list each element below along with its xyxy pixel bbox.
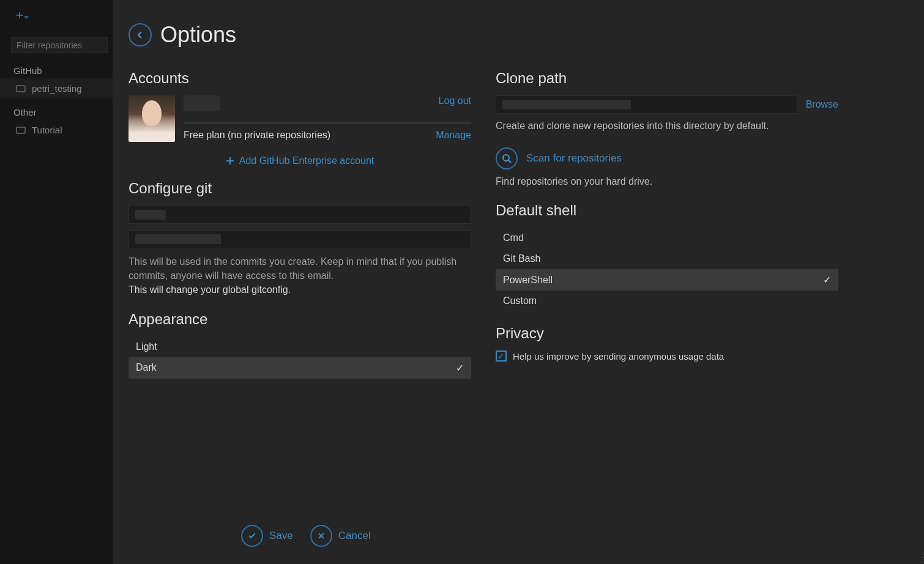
search-icon	[502, 154, 512, 163]
scan-button[interactable]	[496, 147, 518, 169]
default-shell-heading: Default shell	[496, 202, 838, 219]
add-enterprise-label: Add GitHub Enterprise account	[239, 155, 374, 166]
account-plan: Free plan (no private repositories)	[184, 130, 330, 141]
git-name-input[interactable]	[129, 206, 471, 224]
privacy-checkbox[interactable]: ✓	[496, 351, 507, 362]
logout-link[interactable]: Log out	[439, 95, 471, 106]
avatar	[129, 95, 175, 142]
shell-option-powershell[interactable]: PowerShell ✓	[496, 269, 838, 291]
shell-option-custom[interactable]: Custom	[496, 291, 838, 311]
shell-option-gitbash[interactable]: Git Bash	[496, 248, 838, 269]
git-help-text: This will be used in the commits you cre…	[129, 254, 471, 297]
chevron-left-icon	[136, 31, 144, 39]
appearance-heading: Appearance	[129, 311, 471, 328]
filter-repos-input[interactable]	[11, 37, 108, 53]
option-label: Custom	[503, 295, 537, 306]
page-title: Options	[160, 22, 236, 48]
option-label: PowerShell	[503, 275, 553, 286]
left-column: Accounts Log out Free plan (no private r…	[129, 56, 471, 379]
cancel-label: Cancel	[338, 530, 371, 542]
account-username	[184, 95, 220, 111]
sidebar-item-tutorial[interactable]: Tutorial	[0, 120, 113, 140]
scan-caption: Find repositories on your hard drive.	[496, 174, 838, 188]
configure-git-heading: Configure git	[129, 180, 471, 197]
sidebar-group-github: GitHub	[0, 57, 113, 78]
add-enterprise-button[interactable]: Add GitHub Enterprise account	[129, 155, 471, 166]
manage-link[interactable]: Manage	[436, 130, 471, 141]
shell-list: Cmd Git Bash PowerShell ✓ Custom	[496, 228, 838, 311]
shell-option-cmd[interactable]: Cmd	[496, 228, 838, 248]
clone-path-input[interactable]	[496, 95, 797, 114]
sidebar-item-label: Tutorial	[32, 125, 62, 135]
save-button[interactable]: Save	[241, 525, 293, 547]
browse-link[interactable]: Browse	[806, 99, 838, 110]
sidebar: GitHub petri_testing Other Tutorial	[0, 0, 113, 564]
check-icon: ✓	[456, 362, 464, 374]
option-label: Dark	[136, 362, 157, 373]
page-header: Options	[113, 0, 924, 56]
git-email-input[interactable]	[129, 230, 471, 248]
sidebar-item-label: petri_testing	[32, 83, 82, 94]
check-icon	[247, 531, 257, 541]
right-column: Clone path Browse Create and clone new r…	[496, 56, 838, 379]
clone-caption: Create and clone new repositories into t…	[496, 119, 838, 133]
appearance-list: Light Dark ✓	[129, 336, 471, 379]
plus-icon	[226, 157, 234, 165]
option-label: Git Bash	[503, 253, 540, 264]
add-repo-button[interactable]	[0, 0, 113, 26]
option-label: Cmd	[503, 232, 524, 243]
repo-icon	[16, 84, 26, 93]
repo-icon	[16, 126, 26, 135]
footer: Save Cancel	[241, 525, 371, 547]
sidebar-item-petri-testing[interactable]: petri_testing	[0, 78, 113, 98]
scan-link[interactable]: Scan for repositories	[526, 152, 622, 165]
privacy-label: Help us improve by sending anonymous usa…	[513, 351, 724, 362]
check-icon: ✓	[823, 274, 831, 286]
privacy-heading: Privacy	[496, 325, 838, 342]
sidebar-group-other: Other	[0, 98, 113, 120]
cancel-button[interactable]: Cancel	[310, 525, 371, 547]
close-icon	[317, 532, 326, 540]
clone-path-heading: Clone path	[496, 70, 838, 87]
appearance-option-light[interactable]: Light	[129, 336, 471, 357]
svg-rect-1	[17, 127, 25, 133]
svg-rect-0	[17, 86, 25, 92]
appearance-option-dark[interactable]: Dark ✓	[129, 357, 471, 379]
accounts-heading: Accounts	[129, 70, 471, 87]
svg-point-2	[503, 155, 509, 161]
main: Options Accounts Log out Free plan (no p…	[113, 0, 924, 564]
option-label: Light	[136, 341, 157, 352]
back-button[interactable]	[129, 23, 152, 46]
save-label: Save	[269, 530, 293, 542]
